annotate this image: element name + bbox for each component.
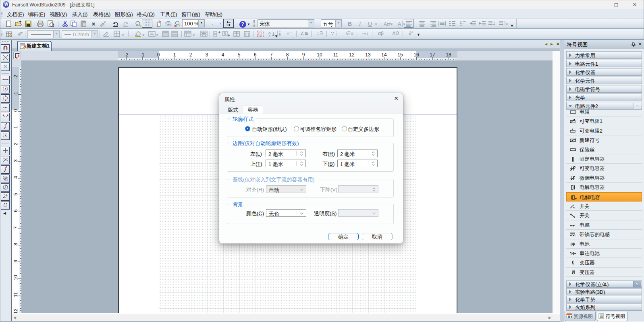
svg-text:x: x xyxy=(18,54,20,57)
svg-text:Z: Z xyxy=(268,34,270,37)
svg-text:y: y xyxy=(16,56,18,59)
